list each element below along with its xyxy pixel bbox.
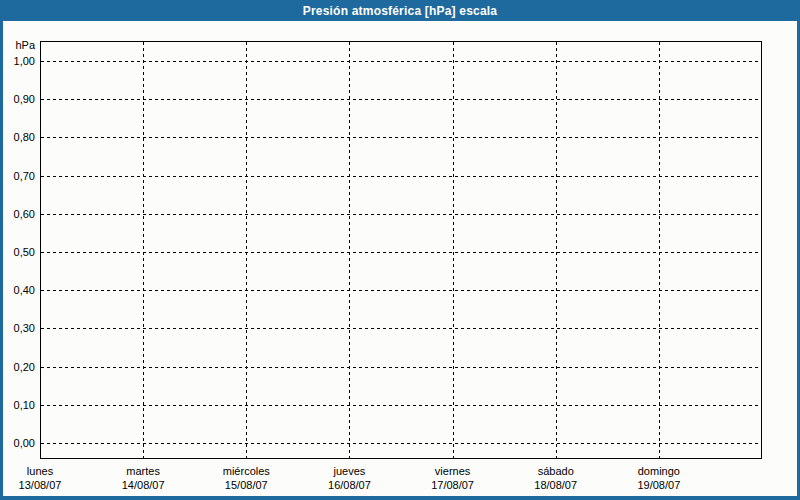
x-axis-day-label: jueves: [334, 465, 366, 478]
x-axis-day-label: martes: [126, 465, 160, 478]
y-axis-tick-label: 0,40: [0, 283, 35, 297]
y-axis-tick-label: 0,00: [0, 436, 35, 450]
y-axis-tick-label: 1,00: [0, 54, 35, 68]
chart-window: Presión atmosférica [hPa] escala hPa 1,0…: [0, 0, 800, 500]
x-axis-day-label: lunes: [27, 465, 53, 478]
gridline-horizontal: [41, 405, 761, 406]
gridline-horizontal: [41, 99, 761, 100]
gridline-horizontal: [41, 252, 761, 253]
y-axis-tick-label: 0,90: [0, 92, 35, 106]
gridline-horizontal: [41, 137, 761, 138]
x-axis-date-label: 15/08/07: [225, 479, 268, 492]
gridline-horizontal: [41, 367, 761, 368]
y-axis-tick-label: 0,20: [0, 360, 35, 374]
y-axis-tick-label: 0,10: [0, 398, 35, 412]
chart-title: Presión atmosférica [hPa] escala: [303, 4, 498, 18]
title-bar: Presión atmosférica [hPa] escala: [0, 0, 800, 21]
gridline-vertical: [453, 42, 454, 458]
y-axis-tick-label: 0,80: [0, 130, 35, 144]
x-axis-date-label: 16/08/07: [328, 479, 371, 492]
x-axis-date-label: 17/08/07: [431, 479, 474, 492]
x-axis-day-label: miércoles: [223, 465, 270, 478]
gridline-horizontal: [41, 328, 761, 329]
gridline-vertical: [143, 42, 144, 458]
y-axis-tick-label: 0,30: [0, 321, 35, 335]
gridline-horizontal: [41, 176, 761, 177]
x-axis-date-label: 19/08/07: [637, 479, 680, 492]
x-axis-day-label: sábado: [538, 465, 574, 478]
y-axis-tick-label: 0,50: [0, 245, 35, 259]
plot-area: [40, 41, 762, 459]
gridline-horizontal: [41, 443, 761, 444]
x-axis-date-label: 13/08/07: [19, 479, 62, 492]
x-axis-date-label: 14/08/07: [122, 479, 165, 492]
gridline-horizontal: [41, 61, 761, 62]
x-axis-date-label: 18/08/07: [534, 479, 577, 492]
gridline-horizontal: [41, 214, 761, 215]
x-axis-day-label: viernes: [435, 465, 470, 478]
gridline-vertical: [246, 42, 247, 458]
gridline-horizontal: [41, 290, 761, 291]
y-axis-tick-label: 0,70: [0, 169, 35, 183]
y-axis-unit-label: hPa: [0, 38, 35, 52]
gridline-vertical: [349, 42, 350, 458]
y-axis-tick-label: 0,60: [0, 207, 35, 221]
gridline-vertical: [659, 42, 660, 458]
gridline-vertical: [556, 42, 557, 458]
x-axis-day-label: domingo: [638, 465, 680, 478]
